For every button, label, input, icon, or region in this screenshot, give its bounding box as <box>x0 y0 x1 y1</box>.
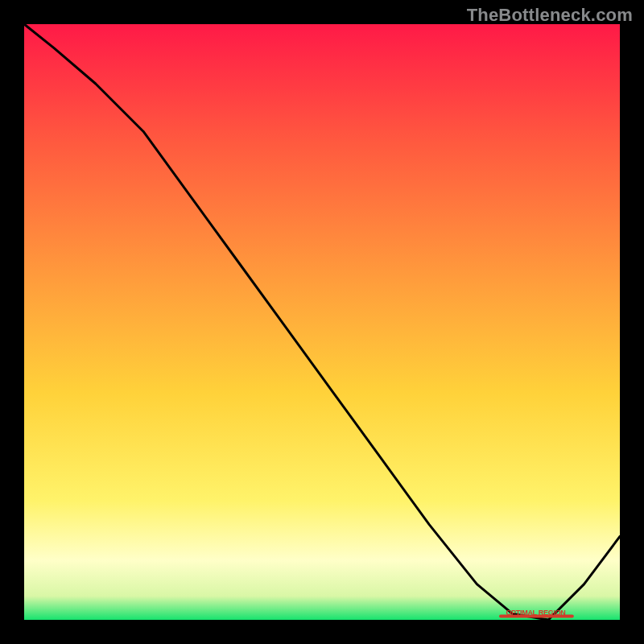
chart-stage: { "watermark": { "text": "TheBottleneck.… <box>0 0 644 644</box>
optimal-region-label: OPTIMAL REGION <box>506 609 565 617</box>
watermark-text: TheBottleneck.com <box>467 5 633 26</box>
chart-svg <box>0 0 644 644</box>
plot-area <box>24 24 620 620</box>
